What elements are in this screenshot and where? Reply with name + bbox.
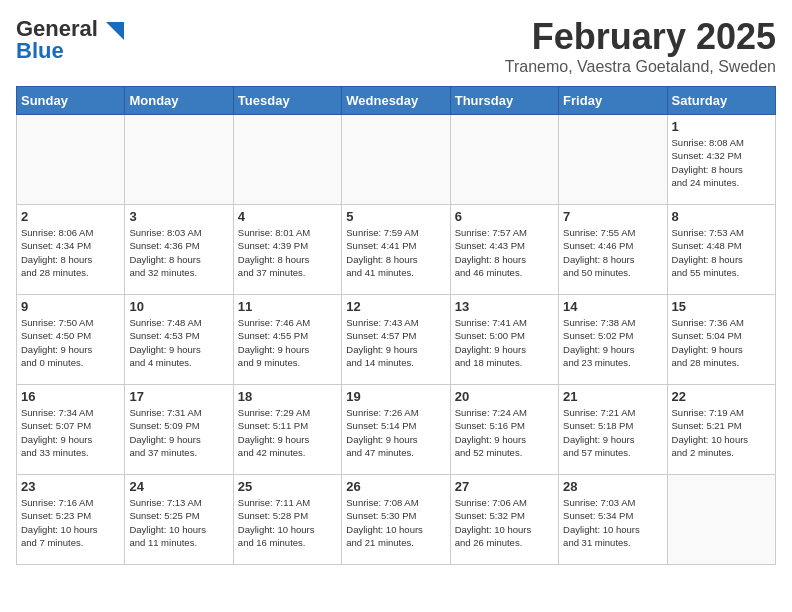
calendar-cell: 9Sunrise: 7:50 AM Sunset: 4:50 PM Daylig… bbox=[17, 295, 125, 385]
calendar-cell: 25Sunrise: 7:11 AM Sunset: 5:28 PM Dayli… bbox=[233, 475, 341, 565]
day-number: 21 bbox=[563, 389, 662, 404]
calendar-header: SundayMondayTuesdayWednesdayThursdayFrid… bbox=[17, 87, 776, 115]
calendar-cell: 27Sunrise: 7:06 AM Sunset: 5:32 PM Dayli… bbox=[450, 475, 558, 565]
day-info: Sunrise: 7:59 AM Sunset: 4:41 PM Dayligh… bbox=[346, 226, 445, 279]
day-number: 18 bbox=[238, 389, 337, 404]
calendar-cell bbox=[450, 115, 558, 205]
calendar-cell: 3Sunrise: 8:03 AM Sunset: 4:36 PM Daylig… bbox=[125, 205, 233, 295]
calendar-week-5: 23Sunrise: 7:16 AM Sunset: 5:23 PM Dayli… bbox=[17, 475, 776, 565]
calendar-cell: 1Sunrise: 8:08 AM Sunset: 4:32 PM Daylig… bbox=[667, 115, 775, 205]
day-number: 24 bbox=[129, 479, 228, 494]
calendar-cell bbox=[667, 475, 775, 565]
weekday-header-thursday: Thursday bbox=[450, 87, 558, 115]
day-info: Sunrise: 7:03 AM Sunset: 5:34 PM Dayligh… bbox=[563, 496, 662, 549]
day-number: 5 bbox=[346, 209, 445, 224]
calendar-cell: 26Sunrise: 7:08 AM Sunset: 5:30 PM Dayli… bbox=[342, 475, 450, 565]
day-number: 22 bbox=[672, 389, 771, 404]
calendar-cell: 2Sunrise: 8:06 AM Sunset: 4:34 PM Daylig… bbox=[17, 205, 125, 295]
day-number: 10 bbox=[129, 299, 228, 314]
day-number: 9 bbox=[21, 299, 120, 314]
calendar-cell: 18Sunrise: 7:29 AM Sunset: 5:11 PM Dayli… bbox=[233, 385, 341, 475]
calendar-cell: 12Sunrise: 7:43 AM Sunset: 4:57 PM Dayli… bbox=[342, 295, 450, 385]
day-number: 14 bbox=[563, 299, 662, 314]
day-info: Sunrise: 7:19 AM Sunset: 5:21 PM Dayligh… bbox=[672, 406, 771, 459]
day-info: Sunrise: 7:24 AM Sunset: 5:16 PM Dayligh… bbox=[455, 406, 554, 459]
day-number: 19 bbox=[346, 389, 445, 404]
day-number: 15 bbox=[672, 299, 771, 314]
calendar-cell: 6Sunrise: 7:57 AM Sunset: 4:43 PM Daylig… bbox=[450, 205, 558, 295]
day-number: 28 bbox=[563, 479, 662, 494]
calendar-week-3: 9Sunrise: 7:50 AM Sunset: 4:50 PM Daylig… bbox=[17, 295, 776, 385]
weekday-header-wednesday: Wednesday bbox=[342, 87, 450, 115]
logo-icon bbox=[102, 18, 124, 40]
weekday-header-tuesday: Tuesday bbox=[233, 87, 341, 115]
calendar-cell: 22Sunrise: 7:19 AM Sunset: 5:21 PM Dayli… bbox=[667, 385, 775, 475]
day-info: Sunrise: 7:34 AM Sunset: 5:07 PM Dayligh… bbox=[21, 406, 120, 459]
location-title: Tranemo, Vaestra Goetaland, Sweden bbox=[505, 58, 776, 76]
day-info: Sunrise: 7:55 AM Sunset: 4:46 PM Dayligh… bbox=[563, 226, 662, 279]
weekday-header-saturday: Saturday bbox=[667, 87, 775, 115]
weekday-header-sunday: Sunday bbox=[17, 87, 125, 115]
calendar-cell: 11Sunrise: 7:46 AM Sunset: 4:55 PM Dayli… bbox=[233, 295, 341, 385]
day-info: Sunrise: 7:36 AM Sunset: 5:04 PM Dayligh… bbox=[672, 316, 771, 369]
day-number: 25 bbox=[238, 479, 337, 494]
calendar-cell: 7Sunrise: 7:55 AM Sunset: 4:46 PM Daylig… bbox=[559, 205, 667, 295]
day-info: Sunrise: 7:13 AM Sunset: 5:25 PM Dayligh… bbox=[129, 496, 228, 549]
day-info: Sunrise: 7:29 AM Sunset: 5:11 PM Dayligh… bbox=[238, 406, 337, 459]
calendar-week-1: 1Sunrise: 8:08 AM Sunset: 4:32 PM Daylig… bbox=[17, 115, 776, 205]
day-info: Sunrise: 8:08 AM Sunset: 4:32 PM Dayligh… bbox=[672, 136, 771, 189]
weekday-header-row: SundayMondayTuesdayWednesdayThursdayFrid… bbox=[17, 87, 776, 115]
day-info: Sunrise: 7:38 AM Sunset: 5:02 PM Dayligh… bbox=[563, 316, 662, 369]
calendar-cell: 19Sunrise: 7:26 AM Sunset: 5:14 PM Dayli… bbox=[342, 385, 450, 475]
calendar-cell: 28Sunrise: 7:03 AM Sunset: 5:34 PM Dayli… bbox=[559, 475, 667, 565]
day-number: 13 bbox=[455, 299, 554, 314]
day-info: Sunrise: 8:03 AM Sunset: 4:36 PM Dayligh… bbox=[129, 226, 228, 279]
day-info: Sunrise: 8:01 AM Sunset: 4:39 PM Dayligh… bbox=[238, 226, 337, 279]
calendar-cell bbox=[559, 115, 667, 205]
calendar-cell bbox=[125, 115, 233, 205]
calendar-week-4: 16Sunrise: 7:34 AM Sunset: 5:07 PM Dayli… bbox=[17, 385, 776, 475]
svg-marker-0 bbox=[106, 22, 124, 40]
calendar-cell: 14Sunrise: 7:38 AM Sunset: 5:02 PM Dayli… bbox=[559, 295, 667, 385]
day-info: Sunrise: 7:16 AM Sunset: 5:23 PM Dayligh… bbox=[21, 496, 120, 549]
logo-blue-text: Blue bbox=[16, 38, 64, 64]
day-info: Sunrise: 7:57 AM Sunset: 4:43 PM Dayligh… bbox=[455, 226, 554, 279]
day-info: Sunrise: 7:41 AM Sunset: 5:00 PM Dayligh… bbox=[455, 316, 554, 369]
day-info: Sunrise: 7:26 AM Sunset: 5:14 PM Dayligh… bbox=[346, 406, 445, 459]
day-info: Sunrise: 7:46 AM Sunset: 4:55 PM Dayligh… bbox=[238, 316, 337, 369]
calendar-cell bbox=[17, 115, 125, 205]
calendar-cell bbox=[342, 115, 450, 205]
day-number: 6 bbox=[455, 209, 554, 224]
day-number: 11 bbox=[238, 299, 337, 314]
day-number: 8 bbox=[672, 209, 771, 224]
day-number: 3 bbox=[129, 209, 228, 224]
calendar-cell: 16Sunrise: 7:34 AM Sunset: 5:07 PM Dayli… bbox=[17, 385, 125, 475]
calendar-cell: 4Sunrise: 8:01 AM Sunset: 4:39 PM Daylig… bbox=[233, 205, 341, 295]
calendar-cell: 5Sunrise: 7:59 AM Sunset: 4:41 PM Daylig… bbox=[342, 205, 450, 295]
day-info: Sunrise: 7:43 AM Sunset: 4:57 PM Dayligh… bbox=[346, 316, 445, 369]
day-info: Sunrise: 7:53 AM Sunset: 4:48 PM Dayligh… bbox=[672, 226, 771, 279]
calendar-cell: 15Sunrise: 7:36 AM Sunset: 5:04 PM Dayli… bbox=[667, 295, 775, 385]
calendar-week-2: 2Sunrise: 8:06 AM Sunset: 4:34 PM Daylig… bbox=[17, 205, 776, 295]
calendar-cell bbox=[233, 115, 341, 205]
day-number: 16 bbox=[21, 389, 120, 404]
calendar-cell: 13Sunrise: 7:41 AM Sunset: 5:00 PM Dayli… bbox=[450, 295, 558, 385]
day-info: Sunrise: 8:06 AM Sunset: 4:34 PM Dayligh… bbox=[21, 226, 120, 279]
calendar-cell: 23Sunrise: 7:16 AM Sunset: 5:23 PM Dayli… bbox=[17, 475, 125, 565]
logo: General Blue bbox=[16, 16, 124, 64]
day-number: 1 bbox=[672, 119, 771, 134]
calendar-cell: 8Sunrise: 7:53 AM Sunset: 4:48 PM Daylig… bbox=[667, 205, 775, 295]
day-number: 7 bbox=[563, 209, 662, 224]
page-header: General Blue February 2025 Tranemo, Vaes… bbox=[16, 16, 776, 76]
day-number: 17 bbox=[129, 389, 228, 404]
day-number: 26 bbox=[346, 479, 445, 494]
day-info: Sunrise: 7:21 AM Sunset: 5:18 PM Dayligh… bbox=[563, 406, 662, 459]
month-title: February 2025 bbox=[505, 16, 776, 58]
title-area: February 2025 Tranemo, Vaestra Goetaland… bbox=[505, 16, 776, 76]
day-number: 20 bbox=[455, 389, 554, 404]
day-number: 23 bbox=[21, 479, 120, 494]
calendar-cell: 17Sunrise: 7:31 AM Sunset: 5:09 PM Dayli… bbox=[125, 385, 233, 475]
weekday-header-friday: Friday bbox=[559, 87, 667, 115]
calendar-body: 1Sunrise: 8:08 AM Sunset: 4:32 PM Daylig… bbox=[17, 115, 776, 565]
calendar-cell: 24Sunrise: 7:13 AM Sunset: 5:25 PM Dayli… bbox=[125, 475, 233, 565]
